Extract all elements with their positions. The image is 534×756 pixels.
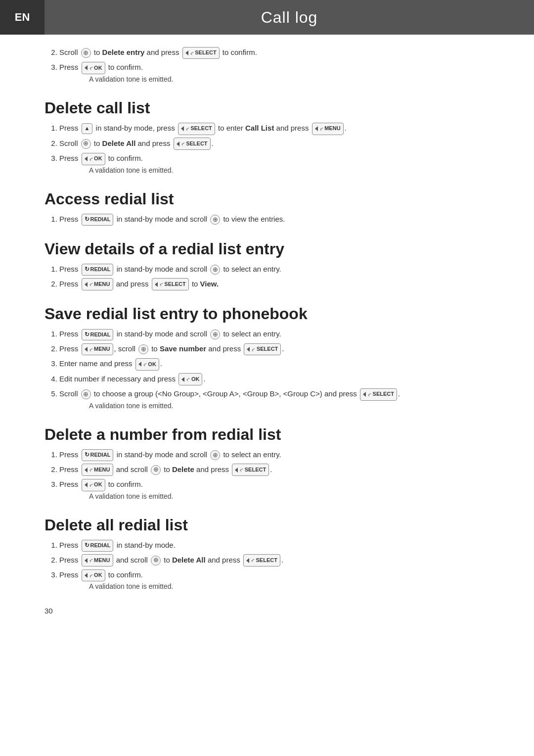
note-text: A validation tone is emitted.: [89, 581, 490, 592]
list-item: Press ⌐ OK to confirm. A validation tone…: [59, 152, 490, 175]
menu-button-icon: ⌐ MENU: [82, 554, 113, 567]
section-title-view-details: View details of a redial list entry: [44, 239, 490, 258]
list-item: Edit number if necessary and press ⌐ OK.: [59, 373, 490, 385]
menu-button-icon: ⌐ MENU: [82, 464, 113, 476]
select-button-icon: ⌐ SELECT: [244, 343, 281, 356]
section-title-delete-call-list: Delete call list: [44, 98, 490, 117]
list-item: Press ↺ REDIAL in stand-by mode and scro…: [59, 263, 490, 276]
list-item: Scroll ⊕ to Delete entry and press ⌐ SEL…: [59, 47, 490, 59]
list-item: Press ↺ REDIAL in stand-by mode.: [59, 539, 490, 552]
scroll-icon: ⊕: [210, 215, 220, 225]
select-button-icon: ⌐ SELECT: [232, 464, 269, 476]
scroll-icon: ⊕: [81, 389, 91, 399]
redial-button-icon: ↺ REDIAL: [82, 264, 114, 275]
select-button-icon: ⌐ SELECT: [174, 138, 211, 150]
list-item: Enter name and press ⌐ OK.: [59, 358, 490, 370]
list-item: Press ↺ REDIAL in stand-by mode and scro…: [59, 213, 490, 226]
list-item: Press ⌐ MENU and press ⌐ SELECT to View.: [59, 278, 490, 290]
list-item: Press ▲ in stand-by mode, press ⌐ SELECT…: [59, 122, 490, 135]
page-header: EN Call log: [0, 0, 534, 35]
delete-all-redial-list: Press ↺ REDIAL in stand-by mode. Press ⌐…: [59, 539, 490, 592]
ok-button-icon: ⌐ OK: [82, 479, 105, 491]
scroll-icon: ⊕: [210, 265, 220, 275]
select-button-icon: ⌐ SELECT: [178, 123, 215, 135]
list-item: Press ⌐ OK to confirm. A validation tone…: [59, 569, 490, 592]
ok-button-icon: ⌐ OK: [82, 569, 105, 582]
section-title-delete-all-redial: Delete all redial list: [44, 516, 490, 534]
ok-button-icon: ⌐ OK: [82, 153, 105, 165]
ok-button-icon: ⌐ OK: [135, 358, 159, 371]
note-text: A validation tone is emitted.: [89, 491, 490, 502]
section-title-access-redial: Access redial list: [44, 189, 490, 208]
list-item: Press ↺ REDIAL in stand-by mode and scro…: [59, 449, 490, 461]
scroll-icon: ⊕: [151, 465, 161, 475]
select-button-icon: ⌐ SELECT: [360, 388, 397, 401]
redial-button-icon: ↺ REDIAL: [82, 449, 114, 461]
menu-button-icon: ⌐ MENU: [82, 278, 113, 290]
list-item: Press ⌐ MENU, scroll ⊕ to Save number an…: [59, 343, 490, 355]
list-item: Scroll ⊕ to choose a group (<No Group>, …: [59, 388, 490, 411]
scroll-icon: ⊕: [210, 450, 220, 460]
scroll-icon: ⊕: [210, 330, 220, 339]
access-redial-list: Press ↺ REDIAL in stand-by mode and scro…: [59, 213, 490, 226]
scroll-icon: ⊕: [81, 48, 91, 58]
note-text: A validation tone is emitted.: [89, 165, 490, 176]
list-item: Press ⌐ OK to confirm. A validation tone…: [59, 478, 490, 501]
language-badge: EN: [0, 0, 44, 35]
redial-button-icon: ↺ REDIAL: [82, 214, 114, 225]
list-item: Scroll ⊕ to Delete All and press ⌐ SELEC…: [59, 138, 490, 150]
view-details-list: Press ↺ REDIAL in stand-by mode and scro…: [59, 263, 490, 290]
speaker-icon: ▲: [82, 123, 93, 134]
list-item: Press ⌐ OK to confirm. A validation tone…: [59, 61, 490, 84]
page-title: Call log: [44, 0, 534, 35]
section-title-delete-number: Delete a number from redial list: [44, 425, 490, 444]
scroll-icon: ⊕: [151, 556, 161, 566]
note-text: A validation tone is emitted.: [89, 401, 490, 411]
menu-button-icon: ⌐ MENU: [312, 123, 344, 135]
scroll-icon: ⊕: [81, 139, 91, 149]
section-title-save-redial: Save redial list entry to phonebook: [44, 304, 490, 323]
note-text: A validation tone is emitted.: [89, 74, 490, 85]
page-content: Scroll ⊕ to Delete entry and press ⌐ SEL…: [0, 47, 534, 635]
scroll-icon: ⊕: [138, 344, 148, 354]
delete-number-list: Press ↺ REDIAL in stand-by mode and scro…: [59, 449, 490, 501]
list-item: Press ↺ REDIAL in stand-by mode and scro…: [59, 328, 490, 340]
ok-button-icon: ⌐ OK: [82, 62, 105, 74]
page: EN Call log Scroll ⊕ to Delete entry and…: [0, 0, 534, 756]
select-button-icon: ⌐ SELECT: [243, 554, 280, 567]
top-list: Scroll ⊕ to Delete entry and press ⌐ SEL…: [59, 47, 490, 85]
list-item: Press ⌐ MENU and scroll ⊕ to Delete All …: [59, 554, 490, 567]
menu-button-icon: ⌐ MENU: [82, 343, 113, 356]
delete-call-list: Press ▲ in stand-by mode, press ⌐ SELECT…: [59, 122, 490, 175]
page-number: 30: [44, 607, 490, 615]
select-button-icon: ⌐ SELECT: [152, 278, 189, 290]
list-item: Press ⌐ MENU and scroll ⊕ to Delete and …: [59, 464, 490, 476]
redial-button-icon: ↺ REDIAL: [82, 540, 114, 551]
select-button-icon: ⌐ SELECT: [182, 47, 220, 59]
ok-button-icon: ⌐ OK: [178, 373, 202, 385]
redial-button-icon: ↺ REDIAL: [82, 329, 114, 340]
save-redial-list: Press ↺ REDIAL in stand-by mode and scro…: [59, 328, 490, 411]
